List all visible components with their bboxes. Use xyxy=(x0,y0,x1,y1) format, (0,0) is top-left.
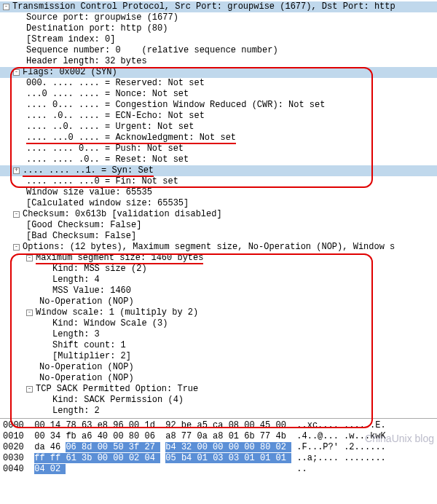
header-length-field[interactable]: Header length: 32 bytes xyxy=(0,56,437,67)
sack-header[interactable]: -TCP SACK Permitted Option: True xyxy=(0,384,437,395)
hex-row[interactable]: 0040 04 02 .. xyxy=(3,464,434,475)
ws-length[interactable]: Length: 3 xyxy=(0,329,437,340)
good-checksum-field[interactable]: [Good Checksum: False] xyxy=(0,220,437,231)
flag-cwr[interactable]: .... 0... .... = Congestion Window Reduc… xyxy=(0,100,437,111)
flag-ecn[interactable]: .... .0.. .... = ECN-Echo: Not set xyxy=(0,111,437,122)
hex-row[interactable]: 0000 00 14 78 63 e8 96 00 1d 92 be a5 ca… xyxy=(3,420,434,431)
hex-row[interactable]: 0010 00 34 fb a6 40 00 80 06 a8 77 0a a8… xyxy=(3,431,434,442)
dst-port-field[interactable]: Destination port: http (80) xyxy=(0,23,437,34)
packet-details-tree: -Transmission Control Protocol, Src Port… xyxy=(0,0,437,418)
sequence-number-field[interactable]: Sequence number: 0 (relative sequence nu… xyxy=(0,45,437,56)
ws-multiplier[interactable]: [Multiplier: 2] xyxy=(0,351,437,362)
collapse-icon[interactable]: - xyxy=(26,310,33,316)
checksum-header[interactable]: -Checksum: 0x613b [validation disabled] xyxy=(0,209,437,220)
options-header[interactable]: -Options: (12 bytes), Maximum segment si… xyxy=(0,242,437,253)
window-size-field[interactable]: Window size value: 65535 xyxy=(0,187,437,198)
mss-length[interactable]: Length: 4 xyxy=(0,275,437,286)
ws-kind[interactable]: Kind: Window Scale (3) xyxy=(0,318,437,329)
flag-ack[interactable]: .... ...0 .... = Acknowledgment: Not set xyxy=(0,133,437,143)
window-scale-header[interactable]: -Window scale: 1 (multiply by 2) xyxy=(0,307,437,318)
flags-header[interactable]: -Flags: 0x002 (SYN) xyxy=(0,67,437,78)
tcp-protocol-header[interactable]: -Transmission Control Protocol, Src Port… xyxy=(0,1,437,12)
ws-shift[interactable]: Shift count: 1 xyxy=(0,340,437,351)
collapse-icon[interactable]: - xyxy=(13,69,20,76)
expand-icon[interactable]: + xyxy=(13,168,20,174)
header-title: Transmission Control Protocol, Src Port:… xyxy=(12,1,395,12)
mss-header[interactable]: -Maximum segment size: 1460 bytes xyxy=(0,253,437,264)
hex-dump-pane[interactable]: 0000 00 14 78 63 e8 96 00 1d 92 be a5 ca… xyxy=(0,418,437,476)
collapse-icon[interactable]: - xyxy=(13,211,20,218)
calc-window-field[interactable]: [Calculated window size: 65535] xyxy=(0,198,437,209)
bad-checksum-field[interactable]: [Bad Checksum: False] xyxy=(0,231,437,242)
src-port-field[interactable]: Source port: groupwise (1677) xyxy=(0,12,437,23)
nop-2[interactable]: No-Operation (NOP) xyxy=(0,362,437,373)
sack-length[interactable]: Length: 2 xyxy=(0,406,437,417)
flag-urgent[interactable]: .... ..0. .... = Urgent: Not set xyxy=(0,122,437,133)
sack-kind[interactable]: Kind: SACK Permission (4) xyxy=(0,395,437,406)
nop-1[interactable]: No-Operation (NOP) xyxy=(0,296,437,307)
collapse-icon[interactable]: - xyxy=(13,244,20,251)
collapse-icon[interactable]: - xyxy=(3,4,9,10)
collapse-icon[interactable]: - xyxy=(26,255,33,261)
flag-fin[interactable]: .... .... ...0 = Fin: Not set xyxy=(0,176,437,187)
collapse-icon[interactable]: - xyxy=(26,386,33,393)
hex-row[interactable]: 0030 ff ff 61 3b 00 00 02 04 05 b4 01 03… xyxy=(3,453,434,464)
stream-index-field[interactable]: [Stream index: 0] xyxy=(0,34,437,45)
nop-3[interactable]: No-Operation (NOP) xyxy=(0,373,437,384)
flag-reserved[interactable]: 000. .... .... = Reserved: Not set xyxy=(0,78,437,89)
flag-nonce[interactable]: ...0 .... .... = Nonce: Not set xyxy=(0,89,437,100)
mss-value[interactable]: MSS Value: 1460 xyxy=(0,286,437,296)
hex-row[interactable]: 0020 da 46 06 8d 00 50 3f 27 b4 32 00 00… xyxy=(3,442,434,453)
flag-syn[interactable]: +.... .... ..1. = Syn: Set xyxy=(0,165,437,176)
mss-kind[interactable]: Kind: MSS size (2) xyxy=(0,264,437,275)
flag-push[interactable]: .... .... 0... = Push: Not set xyxy=(0,143,437,154)
flag-reset[interactable]: .... .... .0.. = Reset: Not set xyxy=(0,154,437,165)
